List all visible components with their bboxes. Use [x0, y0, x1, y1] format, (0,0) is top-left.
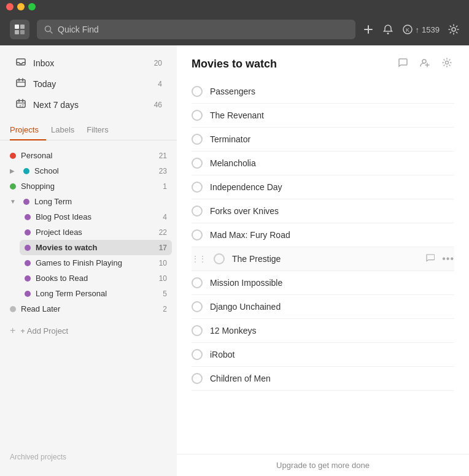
project-item-shopping[interactable]: Shopping 1	[5, 178, 172, 194]
logo-icon[interactable]	[10, 20, 29, 39]
task-item[interactable]: ⋮⋮ 12 Monkeys	[192, 319, 454, 343]
project-count-gamestofinish: 10	[159, 259, 167, 267]
task-label: Django Unchained	[210, 302, 454, 312]
project-dot-personal	[10, 153, 16, 159]
sidebar-tabs: Projects Labels Filters	[0, 120, 177, 140]
task-checkbox[interactable]	[192, 205, 203, 217]
svg-rect-13	[17, 80, 25, 86]
content-title: Movies to watch	[192, 58, 388, 71]
project-item-school[interactable]: ▶ School 23	[5, 163, 172, 178]
task-item[interactable]: ⋮⋮ Mad Max: Fury Road	[192, 223, 454, 247]
task-label: iRobot	[210, 350, 454, 359]
tab-labels[interactable]: Labels	[51, 120, 82, 140]
project-item-longterm[interactable]: ▼ Long Term	[5, 194, 172, 209]
search-bar[interactable]: Quick Find	[37, 20, 355, 39]
project-count-school: 23	[159, 167, 167, 175]
svg-line-5	[50, 31, 53, 34]
project-dot-shopping	[10, 183, 16, 190]
project-item-personal[interactable]: Personal 21	[5, 148, 172, 163]
titlebar	[0, 0, 469, 13]
task-checkbox[interactable]	[192, 86, 203, 97]
svg-point-25	[446, 61, 449, 64]
project-dot-readlater	[10, 306, 16, 312]
add-person-icon[interactable]	[417, 55, 432, 72]
maximize-button[interactable]	[28, 3, 36, 10]
project-label-bookstoread: Books to Read	[36, 274, 154, 283]
plus-icon: +	[10, 325, 15, 336]
sidebar-item-next7[interactable]: +7 Next 7 days 46	[10, 94, 167, 115]
project-item-readlater[interactable]: Read Later 2	[5, 301, 172, 317]
task-checkbox[interactable]	[192, 325, 203, 336]
project-label-shopping: Shopping	[21, 182, 158, 191]
task-item[interactable]: ⋮⋮ Independence Day	[192, 175, 454, 199]
task-item[interactable]: ⋮⋮ Mission Impossible	[192, 271, 454, 295]
tab-filters[interactable]: Filters	[87, 120, 115, 140]
content-header: Movies to watch	[177, 45, 469, 80]
sidebar-nav: Inbox 20 Today 4 +7 Next 7 days 46	[0, 45, 177, 120]
subproject-item-longtermpers[interactable]: Long Term Personal 5	[20, 286, 172, 301]
karma-arrow: ↑	[416, 25, 420, 34]
task-checkbox[interactable]	[192, 349, 203, 360]
project-label-projectideas: Project Ideas	[36, 228, 154, 237]
subproject-item-gamestofinish[interactable]: Games to Finish Playing 10	[20, 255, 172, 271]
comment-icon[interactable]	[426, 254, 435, 264]
task-item[interactable]: ⋮⋮ Melancholia	[192, 152, 454, 175]
gear-icon[interactable]	[448, 24, 459, 35]
comment-header-icon[interactable]	[395, 55, 410, 72]
more-options-icon[interactable]: •••	[442, 253, 454, 264]
drag-handle-icon: ⋮⋮	[192, 255, 206, 263]
sidebar-item-today[interactable]: Today 4	[10, 74, 167, 94]
task-item[interactable]: ⋮⋮ The Revenant	[192, 104, 454, 128]
bell-icon[interactable]	[382, 24, 393, 35]
settings-header-icon[interactable]	[440, 55, 454, 72]
task-item[interactable]: ⋮⋮ Terminator	[192, 128, 454, 152]
task-checkbox[interactable]	[192, 110, 203, 121]
project-label-longterm: Long Term	[34, 197, 162, 206]
subproject-item-projectideas[interactable]: Project Ideas 22	[20, 225, 172, 240]
task-checkbox[interactable]	[214, 253, 225, 264]
project-count-personal: 21	[159, 152, 167, 160]
task-checkbox[interactable]	[192, 182, 203, 193]
subproject-item-bookstoread[interactable]: Books to Read 10	[20, 271, 172, 286]
add-button[interactable]	[363, 24, 374, 35]
task-checkbox[interactable]	[192, 158, 203, 169]
task-checkbox[interactable]	[192, 373, 203, 384]
project-dot-school	[23, 168, 29, 174]
task-item[interactable]: ⋮⋮ Children of Men	[192, 367, 454, 391]
project-dot-blogpost	[25, 214, 31, 220]
task-item[interactable]: ⋮⋮ Passengers	[192, 80, 454, 104]
project-count-readlater: 2	[163, 305, 167, 313]
sidebar-item-inbox[interactable]: Inbox 20	[10, 53, 167, 74]
task-checkbox[interactable]	[192, 277, 203, 288]
subproject-item-blogpost[interactable]: Blog Post Ideas 4	[20, 209, 172, 225]
upgrade-text: Upgrade to get more done	[276, 461, 370, 470]
task-checkbox[interactable]	[192, 134, 203, 145]
task-label: Melancholia	[210, 158, 454, 168]
task-item-prestige[interactable]: ⋮⋮ The Prestige •••	[192, 247, 454, 271]
subproject-item-moviestowatch[interactable]: Movies to watch 17	[20, 240, 172, 255]
task-item[interactable]: ⋮⋮ iRobot	[192, 343, 454, 367]
next7-label: Next 7 days	[33, 100, 148, 110]
today-label: Today	[33, 79, 152, 89]
svg-rect-1	[20, 25, 25, 29]
tab-projects[interactable]: Projects	[10, 120, 46, 140]
upgrade-banner[interactable]: Upgrade to get more done	[177, 454, 469, 476]
task-item[interactable]: ⋮⋮ Django Unchained	[192, 295, 454, 319]
svg-text:K: K	[406, 27, 409, 33]
project-list: Personal 21 ▶ School 23 Shopping 1 ▼ Lon…	[0, 145, 177, 319]
task-item[interactable]: ⋮⋮ Forks over Knives	[192, 199, 454, 223]
project-dot-projectideas	[25, 229, 31, 236]
project-label-longtermpers: Long Term Personal	[36, 289, 158, 298]
inbox-label: Inbox	[33, 58, 148, 68]
task-checkbox[interactable]	[192, 229, 203, 240]
add-project-button[interactable]: + + Add Project	[0, 321, 177, 340]
project-count-projectideas: 22	[159, 228, 167, 237]
topnav: Quick Find K ↑ 1539	[0, 13, 469, 45]
archived-projects-link[interactable]: Archived projects	[0, 448, 177, 466]
svg-rect-0	[15, 25, 19, 29]
close-button[interactable]	[6, 3, 14, 10]
minimize-button[interactable]	[17, 3, 25, 10]
search-icon	[44, 25, 53, 34]
inbox-icon	[15, 57, 27, 69]
task-checkbox[interactable]	[192, 301, 203, 312]
